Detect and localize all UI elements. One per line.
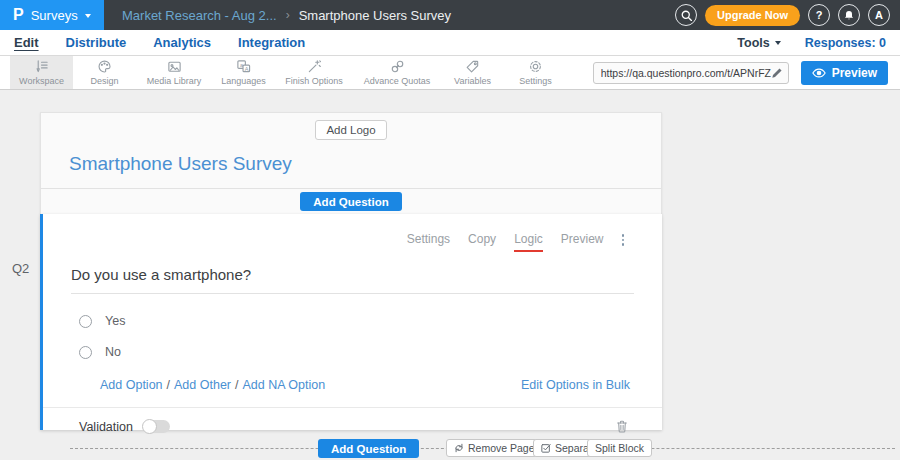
separator-checkbox-icon [541, 443, 551, 453]
surveys-menu[interactable]: P Surveys [0, 0, 104, 30]
option-label[interactable]: Yes [105, 314, 125, 328]
add-other-link[interactable]: Add Other [174, 378, 231, 392]
split-block-label: Split Block [595, 442, 644, 454]
bell-icon [843, 9, 855, 22]
survey-url-field[interactable] [593, 62, 789, 84]
question-id-label: Q2 [12, 261, 29, 276]
question-tab-preview[interactable]: Preview [561, 232, 604, 250]
link-separator: / [235, 378, 238, 392]
toolbar-item-label: Design [90, 76, 118, 86]
design-icon [97, 59, 112, 74]
question-tab-settings[interactable]: Settings [407, 232, 450, 250]
nav-tab-integration[interactable]: Integration [238, 35, 305, 50]
edit-url-pencil-icon[interactable] [771, 67, 783, 79]
upgrade-now-button[interactable]: Upgrade Now [705, 5, 800, 26]
search-icon [680, 9, 693, 22]
link-separator: / [167, 378, 170, 392]
toolbar-item-variables[interactable]: Variables [441, 56, 504, 89]
notifications-button[interactable] [838, 4, 860, 26]
question-more-menu-icon[interactable] [622, 234, 625, 246]
tools-menu[interactable]: Tools [737, 36, 780, 50]
top-bar: P Surveys Market Research - Aug 2... › S… [0, 0, 900, 30]
radio-button[interactable] [79, 346, 92, 359]
survey-header-card: Add Logo Smartphone Users Survey Add Que… [40, 112, 662, 214]
breadcrumb-parent[interactable]: Market Research - Aug 2... [122, 8, 277, 23]
toggle-knob [142, 419, 157, 434]
toolbar-item-workspace[interactable]: Workspace [10, 56, 73, 89]
add-option-link[interactable]: Add Option [100, 378, 163, 392]
toolbar-item-finish-options[interactable]: Finish Options [275, 56, 353, 89]
account-avatar[interactable]: A [868, 4, 890, 26]
help-button[interactable]: ? [808, 4, 830, 26]
survey-title[interactable]: Smartphone Users Survey [41, 140, 661, 188]
surveys-menu-label: Surveys [31, 8, 78, 23]
radio-button[interactable] [79, 315, 92, 328]
split-block-button[interactable]: Split Block [587, 439, 652, 457]
question-footer-row: Validation [43, 407, 662, 434]
responses-count[interactable]: Responses: 0 [805, 36, 886, 50]
question-text[interactable]: Do you use a smartphone? [71, 266, 251, 283]
survey-editor-canvas: Add Logo Smartphone Users Survey Add Que… [0, 90, 900, 460]
topbar-actions: Upgrade Now ? A [675, 4, 900, 26]
toolbar-item-settings[interactable]: Settings [504, 56, 567, 89]
toolbar-item-label: Languages [221, 76, 266, 86]
add-question-button-bottom[interactable]: Add Question [318, 439, 419, 458]
questionpro-logo: P [13, 7, 24, 23]
toolbar-item-label: Media Library [147, 76, 202, 86]
add-option-links: Add Option/Add Other/Add NA Option [100, 378, 325, 392]
breadcrumb: Market Research - Aug 2... › Smartphone … [122, 8, 451, 23]
toolbar-item-label: Variables [454, 76, 491, 86]
option-row-no: No [79, 345, 662, 359]
toolbar-right: Preview [593, 56, 900, 89]
answer-options: Yes No [79, 314, 662, 359]
edit-options-in-bulk-link[interactable]: Edit Options in Bulk [521, 378, 630, 392]
toolbar-item-label: Advance Quotas [364, 76, 431, 86]
breadcrumb-separator: › [286, 8, 290, 22]
workspace-icon [34, 59, 49, 74]
toolbar-item-media-library[interactable]: Media Library [136, 56, 212, 89]
search-button[interactable] [675, 4, 697, 26]
breadcrumb-current: Smartphone Users Survey [299, 8, 451, 23]
nav-tab-analytics[interactable]: Analytics [153, 35, 211, 50]
delete-question-button[interactable] [615, 419, 629, 434]
tools-menu-label: Tools [737, 36, 769, 50]
advance-quotas-icon [390, 59, 405, 74]
validation-label: Validation [79, 420, 133, 434]
variables-icon [465, 59, 480, 74]
toolbar-item-advance-quotas[interactable]: Advance Quotas [353, 56, 441, 89]
media-library-icon [167, 59, 182, 74]
option-label[interactable]: No [105, 345, 121, 359]
option-actions-row: Add Option/Add Other/Add NA Option Edit … [100, 378, 630, 392]
nav-right: Tools Responses: 0 [737, 36, 886, 50]
chevron-down-icon [775, 41, 781, 45]
add-na-option-link[interactable]: Add NA Option [243, 378, 326, 392]
preview-button-label: Preview [832, 66, 877, 80]
toolbar-item-design[interactable]: Design [73, 56, 136, 89]
add-logo-button[interactable]: Add Logo [315, 120, 386, 140]
finish-options-icon [307, 59, 322, 74]
toolbar-item-label: Settings [519, 76, 552, 86]
workspace-toolbar: Workspace Design Media Library aA Langua… [0, 56, 900, 90]
preview-button[interactable]: Preview [801, 61, 888, 85]
nav-tab-distribute[interactable]: Distribute [66, 35, 127, 50]
chevron-down-icon [85, 14, 91, 18]
option-row-yes: Yes [79, 314, 662, 328]
survey-url-input[interactable] [601, 67, 771, 79]
add-question-button-top[interactable]: Add Question [300, 192, 401, 211]
survey-nav-bar: Edit Distribute Analytics Integration To… [0, 30, 900, 56]
add-question-band: Add Question [41, 188, 661, 214]
nav-tab-edit[interactable]: Edit [14, 35, 39, 50]
question-tab-logic[interactable]: Logic [514, 232, 543, 252]
eye-icon [812, 68, 826, 78]
question-card: Q2 Settings Copy Logic Preview Do you us… [40, 214, 662, 430]
question-text-field[interactable]: Do you use a smartphone? [71, 266, 634, 294]
toolbar-item-languages[interactable]: aA Languages [212, 56, 275, 89]
toolbar-item-label: Workspace [19, 76, 64, 86]
svg-text:A: A [245, 66, 249, 72]
question-tab-copy[interactable]: Copy [468, 232, 496, 250]
languages-icon: aA [236, 59, 251, 74]
toolbar-item-label: Finish Options [285, 76, 343, 86]
validation-toggle[interactable] [143, 420, 170, 433]
settings-icon [528, 59, 543, 74]
question-tabs: Settings Copy Logic Preview [43, 214, 662, 252]
